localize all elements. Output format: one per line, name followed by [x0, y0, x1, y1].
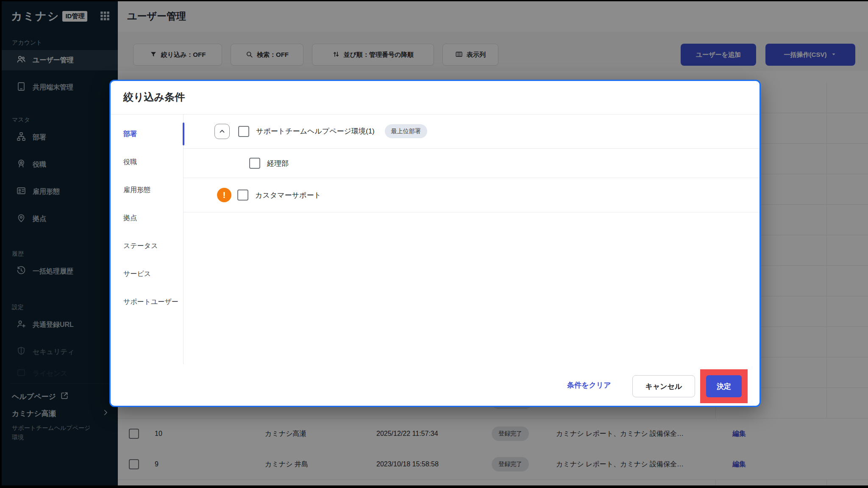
department-checkbox[interactable]	[237, 190, 248, 201]
modal-title: 絞り込み条件	[123, 90, 185, 104]
chevron-up-icon	[218, 128, 226, 135]
tab-department[interactable]: 部署	[111, 120, 183, 148]
filter-tab-list: 部署 役職 雇用形態 拠点 ステータス サービス サポートユーザー	[111, 114, 184, 364]
tab-employment[interactable]: 雇用形態	[111, 176, 183, 204]
filter-modal: 絞り込み条件 部署 役職 雇用形態 拠点 ステータス サービス サポートユーザー…	[109, 80, 761, 407]
tab-position[interactable]: 役職	[111, 148, 183, 176]
department-row-warning: ! カスタマーサポート	[184, 178, 760, 212]
warning-icon: !	[217, 188, 231, 202]
department-checkbox[interactable]	[238, 126, 249, 137]
clear-conditions-link[interactable]: 条件をクリア	[567, 380, 611, 390]
tab-support-user[interactable]: サポートユーザー	[111, 288, 183, 316]
department-label: カスタマーサポート	[255, 190, 321, 200]
tab-service[interactable]: サービス	[111, 260, 183, 288]
submit-button[interactable]: 決定	[706, 375, 742, 397]
department-row-child: 経理部	[184, 149, 760, 178]
department-label: 経理部	[267, 159, 289, 168]
screen: カミナシ ID管理 アカウント ユ	[0, 0, 868, 488]
tab-status[interactable]: ステータス	[111, 232, 183, 260]
tab-location[interactable]: 拠点	[111, 204, 183, 232]
top-level-badge: 最上位部署	[385, 124, 427, 138]
collapse-button[interactable]	[214, 124, 230, 139]
cancel-button[interactable]: キャンセル	[632, 375, 695, 397]
department-tree: サポートチームヘルプページ環境(1) 最上位部署 経理部 ! カスタマーサポート	[184, 114, 760, 212]
department-row-parent: サポートチームヘルプページ環境(1) 最上位部署	[184, 114, 760, 149]
department-label: サポートチームヘルプページ環境(1)	[256, 126, 375, 136]
modal-title-bar: 絞り込み条件	[111, 81, 760, 114]
department-checkbox[interactable]	[249, 158, 260, 169]
